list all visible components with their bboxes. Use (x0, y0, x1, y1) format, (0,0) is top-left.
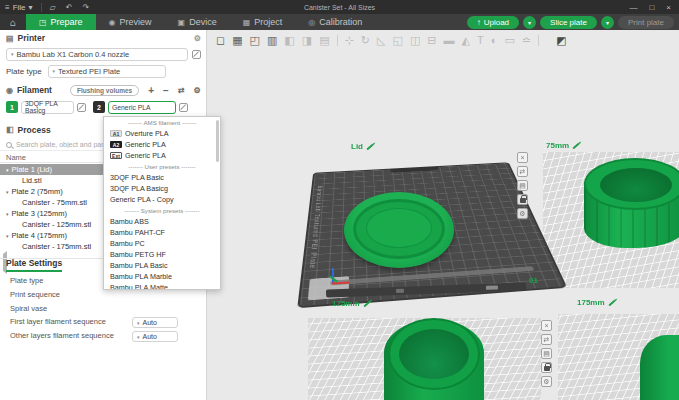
seam-tool-icon[interactable]: ▭ (504, 33, 514, 47)
tab-project[interactable]: ▦ Project (230, 14, 296, 30)
plate-lock-icon[interactable] (517, 194, 528, 205)
plate-arrange-icon[interactable]: ⇄ (517, 166, 528, 177)
add-object-icon[interactable]: ◻ (216, 33, 225, 47)
split-objects-icon[interactable]: ◫ (410, 33, 420, 47)
file-menu-label: File (13, 3, 26, 12)
arrange-icon[interactable]: ▥ (267, 33, 277, 47)
dropdown-item-bambu-abs[interactable]: Bambu ABS (104, 216, 220, 227)
rotate-icon[interactable]: ↻ (361, 33, 370, 47)
filament-settings-gear-icon[interactable]: ⚙ (194, 86, 201, 95)
filament-2-select[interactable]: Generic PLA (108, 101, 176, 114)
x-axis (332, 281, 349, 284)
viewport-3d[interactable]: ◻ ▦ ◰ ▥ ◧ ◨ ▤ ⊹ ↻ ◺ ◱ ◫ ⊟ ▬ ◭ T ◐ ▭ ≏ ◩ … (208, 30, 679, 400)
prepare-icon: ◳ (39, 18, 47, 27)
plate-label-125mm[interactable]: 125mm (332, 299, 371, 308)
plate-type-select[interactable]: ▾ Textured PEI Plate (48, 65, 166, 78)
edit-plate-name-icon[interactable] (363, 300, 370, 307)
printer-section-header: ▤ Printer ⚙ (0, 31, 207, 45)
tab-prepare[interactable]: ◳ Prepare (26, 14, 96, 30)
close-button[interactable]: × (666, 3, 671, 12)
filament-preset-dropdown: ------- AMS filament ------- A1 Overture… (103, 116, 221, 290)
plate-label-lid[interactable]: Lid (351, 142, 374, 151)
model-canister-175mm[interactable] (640, 335, 679, 400)
dropdown-item-3dqf-basicg[interactable]: 3DQF PLA Basicg (104, 183, 220, 194)
dropdown-item-bambu-petg-hf[interactable]: Bambu PETG HF (104, 249, 220, 260)
dropdown-scrollbar[interactable] (216, 120, 219, 162)
paste-icon[interactable]: ◨ (302, 33, 312, 47)
slice-plate-button[interactable]: Slice plate (540, 16, 597, 29)
support-tool-icon[interactable]: ≏ (522, 33, 531, 47)
tab-calibration[interactable]: ◎ Calibration (295, 14, 375, 30)
filament-1-swatch[interactable]: 1 (6, 101, 18, 113)
edit-filament-2-icon[interactable] (179, 103, 188, 112)
sync-filament-icon[interactable]: ⇄ (178, 86, 185, 95)
maximize-button[interactable]: □ (649, 3, 654, 12)
home-button[interactable]: ⌂ (0, 14, 26, 30)
plate-settings-icon[interactable]: ▤ (517, 180, 528, 191)
dropdown-item-3dqf-basic[interactable]: 3DQF PLA Basic (104, 172, 220, 183)
dropdown-item-bambu-pc[interactable]: Bambu PC (104, 238, 220, 249)
tab-preview[interactable]: ◉ Preview (96, 14, 165, 30)
dropdown-item-generic-pla-a2[interactable]: A2 Generic PLA (104, 139, 220, 150)
layers-icon[interactable]: ▤ (319, 33, 329, 47)
file-menu[interactable]: ≡ File ▾ (0, 0, 38, 14)
dropdown-item-bambu-pla-marble[interactable]: Bambu PLA Marble (104, 271, 220, 282)
divider (41, 3, 42, 12)
text-tool-icon[interactable]: T (477, 33, 484, 47)
plate-delete-icon[interactable]: × (541, 320, 552, 331)
model-lid[interactable] (344, 192, 454, 268)
minimize-button[interactable]: — (629, 3, 637, 12)
edit-plate-name-icon[interactable] (366, 143, 373, 150)
filament-1-name[interactable]: 3DQF PLA Basicg (21, 101, 74, 114)
filament-2-swatch[interactable]: 2 (93, 101, 105, 113)
add-plate-icon[interactable]: ▦ (232, 33, 242, 47)
edit-plate-name-icon[interactable] (572, 142, 579, 149)
dropdown-item-generic-pla-copy[interactable]: Generic PLA - Copy (104, 194, 220, 205)
paint-tool-icon[interactable]: ◐ (491, 33, 498, 47)
move-icon[interactable]: ⊹ (345, 33, 354, 47)
printer-preset-select[interactable]: ▾ Bambu Lab X1 Carbon 0.4 nozzle (6, 48, 188, 61)
plate-gear-icon[interactable]: ⚙ (517, 208, 528, 219)
assembly-view-icon[interactable]: ◩ (556, 33, 566, 47)
plate-gear-icon[interactable]: ⚙ (541, 376, 552, 387)
add-filament-button[interactable]: + (148, 85, 154, 96)
edit-filament-1-icon[interactable] (77, 103, 86, 112)
redo-button[interactable]: ↷ (77, 0, 94, 14)
process-title: Process (18, 125, 51, 135)
preview-icon: ◉ (109, 18, 116, 27)
print-options-dropdown[interactable]: ▾ (601, 16, 614, 29)
dropdown-item-bambu-pla-matte[interactable]: Bambu PLA Matte (104, 282, 220, 290)
copy-icon[interactable]: ◧ (284, 33, 294, 47)
plate-125-button-stack: × ⇄ ▤ ⚙ (541, 320, 552, 387)
dropdown-item-generic-pla-ext[interactable]: Ext Generic PLA (104, 150, 220, 161)
printer-settings-gear-icon[interactable]: ⚙ (194, 34, 201, 43)
scale-icon[interactable]: ◺ (377, 33, 385, 47)
mesh-boolean-icon[interactable]: ◭ (462, 33, 470, 47)
print-plate-button[interactable]: Print plate (618, 16, 674, 29)
plate-label-75mm[interactable]: 75mm (546, 141, 580, 150)
dropdown-item-overture-pla[interactable]: A1 Overture PLA (104, 128, 220, 139)
flatten-icon[interactable]: ◱ (392, 33, 402, 47)
plate-arrange-icon[interactable]: ⇄ (541, 334, 552, 345)
other-layers-sequence-select[interactable]: ▾ Auto (132, 331, 178, 342)
edit-printer-icon[interactable] (192, 50, 201, 59)
plate-lock-icon[interactable] (541, 362, 552, 373)
dropdown-item-bambu-paht-cf[interactable]: Bambu PAHT-CF (104, 227, 220, 238)
undo-button[interactable]: ↶ (61, 0, 78, 14)
auto-orient-icon[interactable]: ◰ (250, 33, 260, 47)
upload-button[interactable]: ↑ Upload (467, 16, 519, 29)
slice-options-dropdown[interactable]: ▾ (523, 16, 536, 29)
plate-label-175mm[interactable]: 175mm (577, 298, 616, 307)
plate-delete-icon[interactable]: × (517, 152, 528, 163)
flushing-volumes-button[interactable]: Flushing volumes (70, 85, 139, 96)
plate-type-row: Plate type ▾ Textured PEI Plate (0, 64, 207, 78)
tab-device[interactable]: ▣ Device (165, 14, 230, 30)
plate-settings-icon[interactable]: ▤ (541, 348, 552, 359)
variable-layer-height-icon[interactable]: ▬ (444, 33, 455, 47)
split-parts-icon[interactable]: ⊟ (427, 33, 436, 47)
first-layer-sequence-select[interactable]: ▾ Auto (132, 317, 178, 328)
new-project-button[interactable]: ▱ (45, 0, 61, 14)
dropdown-item-bambu-pla-basic[interactable]: Bambu PLA Basic (104, 260, 220, 271)
edit-plate-name-icon[interactable] (608, 299, 615, 306)
remove-filament-button[interactable]: − (163, 85, 169, 96)
